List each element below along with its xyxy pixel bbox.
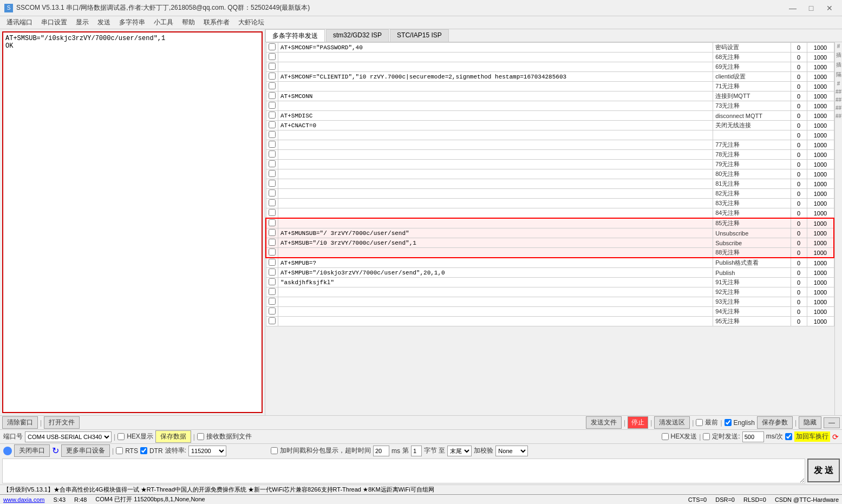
row-checkbox[interactable] xyxy=(269,63,276,70)
row-checkbox[interactable] xyxy=(269,102,276,109)
row-count[interactable]: 0 xyxy=(791,62,807,72)
row-checkbox[interactable] xyxy=(269,288,276,295)
row-delay[interactable]: 1000 xyxy=(807,91,834,101)
send-input[interactable] xyxy=(2,459,805,483)
row-checkbox[interactable] xyxy=(269,307,276,315)
menu-serial-settings[interactable]: 串口设置 xyxy=(37,17,71,28)
table-row[interactable]: 78无注释01000 xyxy=(266,150,834,160)
row-checkbox[interactable] xyxy=(269,73,276,80)
refresh-icon[interactable]: ↻ xyxy=(52,446,59,456)
row-count[interactable]: 0 xyxy=(791,82,807,91)
clear-send-area-button[interactable]: 清发送区 xyxy=(654,416,690,429)
row-checkbox[interactable] xyxy=(269,141,276,148)
row-checkbox[interactable] xyxy=(269,229,276,236)
table-row[interactable]: AT+SMDISCdisconnect MQTT01000 xyxy=(266,111,834,121)
row-checkbox[interactable] xyxy=(269,92,276,99)
row-count[interactable]: 0 xyxy=(791,228,807,238)
row-count[interactable]: 0 xyxy=(791,101,807,111)
row-delay[interactable]: 1000 xyxy=(807,101,834,111)
arrow-icon[interactable]: ⟳ xyxy=(832,433,839,441)
row-count[interactable]: 0 xyxy=(791,160,807,169)
add-cr-checkbox[interactable] xyxy=(785,433,792,440)
menu-send[interactable]: 发送 xyxy=(93,17,115,28)
close-port-button[interactable]: 关闭串口 xyxy=(14,444,50,457)
hide-button[interactable]: 隐藏 xyxy=(799,416,821,429)
row-delay[interactable]: 1000 xyxy=(807,53,834,62)
table-row[interactable]: AT+SMCONF="CLIENTID","i0 rzVY.7000c|secu… xyxy=(266,72,834,82)
row-count[interactable]: 0 xyxy=(791,140,807,150)
menu-tools[interactable]: 小工具 xyxy=(149,17,178,28)
save-params-button[interactable]: 保存参数 xyxy=(757,416,793,429)
row-count[interactable]: 0 xyxy=(791,179,807,189)
row-delay[interactable]: 1000 xyxy=(807,179,834,189)
add-timestamp-checkbox[interactable] xyxy=(271,447,278,454)
hex-display-checkbox[interactable] xyxy=(118,433,125,440)
row-delay[interactable]: 1000 xyxy=(807,258,834,268)
table-row[interactable]: 68无注释01000 xyxy=(266,53,834,62)
row-count[interactable]: 0 xyxy=(791,121,807,130)
row-delay[interactable]: 1000 xyxy=(807,62,834,72)
row-count[interactable]: 0 xyxy=(791,287,807,297)
row-delay[interactable]: 1000 xyxy=(807,238,834,248)
table-row[interactable]: 95无注释01000 xyxy=(266,317,834,326)
hex-send-checkbox[interactable] xyxy=(662,433,669,440)
row-delay[interactable]: 1000 xyxy=(807,248,834,258)
row-count[interactable]: 0 xyxy=(791,72,807,82)
row-delay[interactable]: 1000 xyxy=(807,169,834,179)
save-data-button[interactable]: 保存数据 xyxy=(155,430,191,443)
table-row[interactable]: 79无注释01000 xyxy=(266,160,834,169)
row-count[interactable]: 0 xyxy=(791,189,807,199)
to-select[interactable]: 末尾 xyxy=(447,446,472,456)
row-checkbox[interactable] xyxy=(269,43,276,50)
table-row[interactable]: 81无注释01000 xyxy=(266,179,834,189)
menu-help[interactable]: 帮助 xyxy=(178,17,199,28)
table-row[interactable]: AT+SMUNSUB="/ 3rzVY/7000c/user/send"Unsu… xyxy=(266,228,834,238)
menu-comm-port[interactable]: 通讯端口 xyxy=(2,17,37,28)
close-button[interactable]: ✕ xyxy=(821,3,838,14)
row-checkbox[interactable] xyxy=(269,189,276,197)
open-file-button[interactable]: 打开文件 xyxy=(44,416,80,429)
table-row[interactable]: 88无注释01000 xyxy=(266,248,834,258)
row-checkbox[interactable] xyxy=(269,278,276,285)
table-row[interactable]: 77无注释01000 xyxy=(266,140,834,150)
row-count[interactable]: 0 xyxy=(791,218,807,228)
row-delay[interactable]: 1000 xyxy=(807,287,834,297)
table-row[interactable]: 69无注释01000 xyxy=(266,62,834,72)
row-delay[interactable]: 1000 xyxy=(807,218,834,228)
row-delay[interactable]: 1000 xyxy=(807,317,834,326)
table-row[interactable]: 94无注释01000 xyxy=(266,307,834,317)
row-delay[interactable]: 1000 xyxy=(807,82,834,91)
row-checkbox[interactable] xyxy=(269,170,276,177)
table-row[interactable]: 85无注释01000 xyxy=(266,218,834,228)
clear-window-button[interactable]: 清除窗口 xyxy=(2,416,38,429)
row-delay[interactable]: 1000 xyxy=(807,307,834,317)
row-checkbox[interactable] xyxy=(269,269,276,276)
table-row[interactable]: 73无注释01000 xyxy=(266,101,834,111)
row-count[interactable]: 0 xyxy=(791,258,807,268)
send-file-button[interactable]: 发送文件 xyxy=(586,416,622,429)
table-scroll[interactable]: AT+SMCONF="PASSWORD",40密码设置0100068无注释010… xyxy=(265,42,834,415)
row-delay[interactable]: 1000 xyxy=(807,111,834,121)
dtr-checkbox[interactable] xyxy=(140,447,147,454)
row-delay[interactable]: 1000 xyxy=(807,121,834,130)
more-ports-button[interactable]: 更多串口设备 xyxy=(61,444,110,457)
row-delay[interactable]: 1000 xyxy=(807,72,834,82)
row-delay[interactable]: 1000 xyxy=(807,208,834,219)
table-row[interactable]: 71无注释01000 xyxy=(266,82,834,91)
menu-display[interactable]: 显示 xyxy=(71,17,93,28)
send-button[interactable]: 发 送 xyxy=(807,459,840,482)
timeout-input[interactable] xyxy=(373,446,389,456)
byte-num-input[interactable] xyxy=(411,446,422,456)
table-row[interactable]: 84无注释01000 xyxy=(266,208,834,219)
row-delay[interactable]: 1000 xyxy=(807,199,834,208)
row-count[interactable]: 0 xyxy=(791,278,807,287)
row-count[interactable]: 0 xyxy=(791,238,807,248)
interval-input[interactable] xyxy=(742,431,764,442)
row-checkbox[interactable] xyxy=(269,209,276,216)
rts-checkbox[interactable] xyxy=(116,447,123,454)
row-count[interactable]: 0 xyxy=(791,317,807,326)
row-delay[interactable]: 1000 xyxy=(807,189,834,199)
row-checkbox[interactable] xyxy=(269,53,276,60)
table-row[interactable]: AT+SMPUB="/i0skjo3rzVY/7000c/user/send",… xyxy=(266,268,834,278)
table-row[interactable]: 83无注释01000 xyxy=(266,199,834,208)
